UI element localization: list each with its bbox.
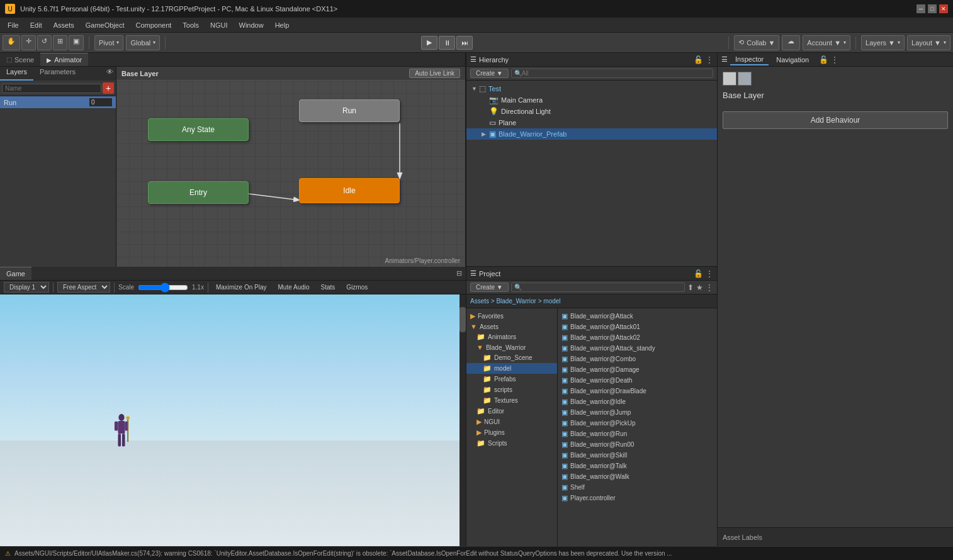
proj-prefabs[interactable]: 📁 Prefabs — [466, 374, 557, 384]
proj-editor[interactable]: 📁 Editor — [466, 406, 557, 417]
proj-file-item[interactable]: ▣Blade_warrior@Run00 — [558, 439, 717, 450]
proj-file-item[interactable]: ▣Blade_warrior@Talk — [558, 461, 717, 471]
state-run[interactable]: Run — [299, 99, 400, 122]
close-button[interactable]: ✕ — [939, 4, 948, 13]
proj-scripts[interactable]: 📁 scripts — [466, 384, 557, 395]
global-dropdown[interactable]: Global ▾ — [126, 35, 160, 50]
anim-search-input[interactable] — [2, 84, 101, 93]
proj-file-item[interactable]: ▣Blade_warrior@Attack_standy — [558, 343, 717, 354]
play-button[interactable]: ▶ — [421, 36, 437, 50]
step-button[interactable]: ⏭ — [456, 36, 473, 50]
proj-scripts3[interactable]: 📁 Scripts — [466, 438, 557, 449]
tab-animator[interactable]: ▶ Animator — [40, 53, 88, 66]
proj-file-item[interactable]: ▣Player.controller — [558, 493, 717, 503]
animator-grid[interactable]: Run Any State Entry Idle — [116, 81, 465, 267]
menu-window[interactable]: Window — [234, 20, 269, 30]
hierarchy-scene-item[interactable]: ▼ ⬚ Test — [466, 83, 717, 94]
hand-tool[interactable]: ✋ — [3, 35, 20, 50]
minimize-button[interactable]: ─ — [916, 4, 925, 13]
scale-slider[interactable] — [138, 283, 188, 293]
game-panel-maximize[interactable]: ⊟ — [453, 268, 466, 279]
hierarchy-menu-btn[interactable]: ⋮ — [706, 55, 713, 64]
project-btn1[interactable]: ⬆ — [687, 283, 694, 292]
hierarchy-light-item[interactable]: 💡 Directional Light — [466, 106, 717, 117]
game-scrollbar-thumb[interactable] — [460, 307, 466, 332]
menu-tools[interactable]: Tools — [178, 20, 204, 30]
proj-file-item[interactable]: ▣Blade_warrior@Damage — [558, 364, 717, 375]
stats-btn[interactable]: Stats — [317, 283, 339, 291]
scale-tool[interactable]: ⊞ — [53, 35, 67, 50]
tab-navigation[interactable]: Navigation — [771, 55, 814, 65]
proj-file-item[interactable]: ▣Blade_warrior@Jump — [558, 407, 717, 418]
menu-gameobject[interactable]: GameObject — [81, 20, 130, 30]
proj-plugins[interactable]: ▶ Plugins — [466, 427, 557, 438]
state-idle[interactable]: Idle — [299, 178, 400, 203]
menu-assets[interactable]: Assets — [48, 20, 79, 30]
pivot-dropdown[interactable]: Pivot ▾ — [94, 35, 123, 50]
collab-dropdown[interactable]: ⟲ Collab ▼ — [734, 35, 779, 50]
maximize-on-play-btn[interactable]: Maximize On Play — [212, 283, 271, 291]
menu-edit[interactable]: Edit — [25, 20, 47, 30]
hierarchy-create-btn[interactable]: Create ▼ — [470, 69, 509, 78]
proj-demo-scene[interactable]: 📁 Demo_Scene — [466, 352, 557, 363]
account-dropdown[interactable]: Account ▼ ▾ — [803, 35, 850, 50]
proj-file-item[interactable]: ▣Blade_warrior@Run — [558, 428, 717, 439]
menu-file[interactable]: File — [3, 20, 24, 30]
hierarchy-search[interactable] — [511, 69, 713, 78]
cloud-button[interactable]: ☁ — [782, 35, 800, 50]
rotate-tool[interactable]: ↺ — [37, 35, 52, 50]
project-lock-btn[interactable]: 🔓 — [694, 269, 703, 278]
proj-file-item[interactable]: ▣Blade_warrior@Walk — [558, 471, 717, 482]
menu-ngui[interactable]: NGUI — [205, 20, 233, 30]
rect-tool[interactable]: ▣ — [69, 35, 84, 50]
move-tool[interactable]: ✛ — [21, 35, 36, 50]
game-scrollbar[interactable] — [460, 294, 466, 546]
gizmos-btn[interactable]: Gizmos — [342, 283, 371, 291]
tab-inspector[interactable]: Inspector — [730, 54, 769, 65]
maximize-button[interactable]: □ — [928, 4, 937, 13]
menu-component[interactable]: Component — [130, 20, 176, 30]
proj-file-item[interactable]: ▣Blade_warrior@Attack01 — [558, 322, 717, 332]
proj-file-item[interactable]: ▣Blade_warrior@PickUp — [558, 418, 717, 428]
run-param-row[interactable]: Run — [0, 96, 116, 109]
run-param-value[interactable] — [89, 98, 112, 106]
proj-favorites[interactable]: ▶ Favorites — [466, 311, 557, 322]
tab-parameters[interactable]: Parameters — [33, 67, 82, 81]
auto-live-link-button[interactable]: Auto Live Link — [409, 69, 460, 78]
anim-add-button[interactable]: + — [103, 82, 114, 94]
project-search[interactable] — [511, 283, 685, 292]
aspect-dropdown[interactable]: Free Aspect — [57, 282, 110, 293]
proj-ngui[interactable]: ▶ NGUI — [466, 417, 557, 427]
state-entry[interactable]: Entry — [148, 181, 249, 204]
proj-file-item[interactable]: ▣Blade_warrior@Attack02 — [558, 332, 717, 343]
project-create-btn[interactable]: Create ▼ — [470, 283, 509, 292]
mute-audio-btn[interactable]: Mute Audio — [274, 283, 313, 291]
project-btn2[interactable]: ★ — [696, 283, 703, 292]
tab-scene[interactable]: ⬚ Scene — [0, 53, 40, 66]
proj-model[interactable]: 📁 model — [466, 363, 557, 374]
hierarchy-camera-item[interactable]: 📷 Main Camera — [466, 94, 717, 106]
proj-file-item[interactable]: ▣Blade_warrior@DrawBlade — [558, 386, 717, 396]
sidebar-eye-btn[interactable]: 👁 — [104, 67, 116, 81]
proj-file-item[interactable]: ▣Shelf — [558, 482, 717, 493]
state-any-state[interactable]: Any State — [148, 118, 249, 141]
hierarchy-plane-item[interactable]: ▭ Plane — [466, 117, 717, 128]
hierarchy-lock-btn[interactable]: 🔓 — [694, 55, 703, 64]
proj-assets[interactable]: ▼ Assets — [466, 322, 557, 332]
project-btn3[interactable]: ⋮ — [706, 283, 713, 292]
inspector-lock-btn[interactable]: 🔓 — [819, 55, 828, 64]
proj-file-item[interactable]: ▣Blade_warrior@Death — [558, 375, 717, 386]
menu-help[interactable]: Help — [270, 20, 295, 30]
add-behaviour-button[interactable]: Add Behaviour — [723, 111, 948, 129]
layout-dropdown[interactable]: Layout ▼ ▾ — [907, 35, 950, 50]
proj-file-item[interactable]: ▣Blade_warrior@Skill — [558, 450, 717, 461]
display-dropdown[interactable]: Display 1 — [4, 282, 49, 293]
tab-layers[interactable]: Layers — [0, 67, 33, 81]
layers-dropdown[interactable]: Layers ▼ ▾ — [861, 35, 905, 50]
proj-file-item[interactable]: ▣Blade_warrior@Idle — [558, 396, 717, 407]
proj-file-item[interactable]: ▣Blade_warrior@Combo — [558, 354, 717, 364]
proj-file-item[interactable]: ▣Blade_warrior@Attack — [558, 311, 717, 322]
proj-animators[interactable]: 📁 Animators — [466, 332, 557, 342]
proj-textures[interactable]: 📁 Textures — [466, 395, 557, 406]
project-menu-btn[interactable]: ⋮ — [706, 269, 713, 278]
